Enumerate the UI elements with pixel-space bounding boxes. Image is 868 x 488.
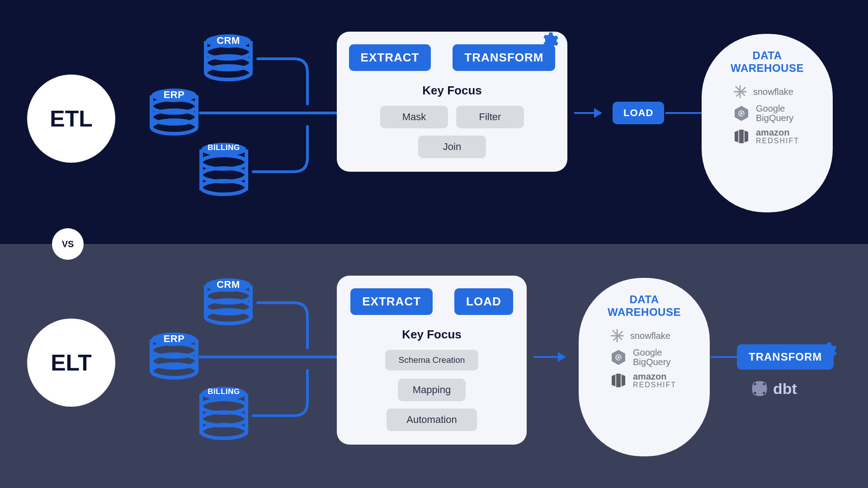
focus-mask: Mask	[380, 106, 448, 128]
svg-point-40	[754, 392, 756, 394]
dw-redshift-2: amazonREDSHIFT	[597, 371, 692, 389]
elt-section: ELT CRM ERP	[0, 244, 868, 488]
db-erp-2: ERP	[149, 332, 199, 382]
db-crm-label-2: CRM	[217, 279, 240, 291]
bigquery-icon	[732, 104, 750, 122]
dw-snowflake-2: snowflake	[597, 328, 692, 343]
gear-icon	[817, 341, 837, 361]
svg-marker-18	[745, 131, 748, 143]
etl-extract-pill: EXTRACT	[349, 44, 431, 71]
dw-title-2b: WAREHOUSE	[608, 306, 681, 318]
svg-marker-17	[735, 131, 738, 143]
elt-extract-pill: EXTRACT	[350, 288, 433, 315]
gear-icon	[539, 31, 559, 51]
dw-redshift: amazonREDSHIFT	[720, 127, 815, 145]
vs-label: VS	[62, 239, 74, 249]
db-erp: ERP	[149, 88, 199, 138]
elt-keyfocus-title: Key Focus	[351, 328, 512, 342]
elt-load-pill: LOAD	[454, 288, 513, 315]
focus-filter: Filter	[456, 106, 524, 128]
arrow-to-warehouse-elt	[533, 356, 565, 358]
dw-bigquery-2: GoogleBigQuery	[597, 348, 692, 367]
etl-data-warehouse: DATA WAREHOUSE snowflake GoogleBigQuery …	[702, 34, 833, 212]
line-to-transform	[711, 356, 738, 358]
svg-rect-16	[739, 130, 744, 143]
etl-panel: EXTRACT TRANSFORM Key Focus Mask Filter …	[337, 32, 567, 172]
db-crm-label: CRM	[217, 35, 240, 47]
dw-bigquery: GoogleBigQuery	[720, 104, 815, 123]
svg-point-41	[763, 392, 765, 394]
etl-badge: ETL	[27, 75, 115, 163]
etl-section: ETL CRM ERP	[0, 0, 868, 244]
dbt-icon	[750, 380, 769, 398]
svg-point-39	[763, 383, 765, 385]
focus-join: Join	[418, 136, 486, 158]
focus-schema: Schema Creation	[385, 350, 479, 371]
arrow-to-load	[574, 112, 601, 114]
elt-data-warehouse: DATA WAREHOUSE snowflake GoogleBigQuery …	[579, 278, 710, 456]
line-to-warehouse	[665, 112, 702, 114]
etl-load-pill: LOAD	[613, 102, 664, 124]
redshift-icon	[732, 127, 750, 145]
etl-keyfocus-title: Key Focus	[351, 84, 553, 98]
dw-snowflake: snowflake	[720, 84, 815, 99]
snowflake-icon	[732, 84, 748, 99]
etl-title: ETL	[50, 106, 92, 132]
elt-panel: EXTRACT LOAD Key Focus Schema Creation M…	[337, 276, 527, 445]
etl-bracket	[199, 54, 344, 181]
redshift-icon	[609, 371, 627, 389]
svg-rect-35	[616, 374, 621, 387]
dw-title-1b: DATA	[629, 293, 659, 305]
vs-badge: VS	[52, 228, 84, 260]
dbt-logo: dbt	[750, 380, 797, 398]
elt-title: ELT	[51, 350, 92, 376]
elt-badge: ELT	[27, 319, 115, 407]
elt-bracket	[199, 298, 344, 425]
dw-title-1: DATA	[752, 49, 782, 61]
svg-point-38	[754, 383, 756, 385]
bigquery-icon	[609, 348, 627, 366]
snowflake-icon	[609, 328, 625, 343]
db-erp-label: ERP	[164, 89, 185, 101]
db-erp-label-2: ERP	[164, 333, 185, 345]
svg-marker-37	[622, 375, 625, 387]
elt-transform-wrap: TRANSFORM	[737, 344, 834, 370]
etl-load-pill-wrap: LOAD	[613, 102, 664, 124]
focus-mapping: Mapping	[398, 379, 466, 401]
svg-marker-36	[612, 375, 615, 387]
dbt-label: dbt	[773, 380, 797, 398]
focus-automation: Automation	[387, 408, 477, 431]
dw-title-2: WAREHOUSE	[731, 62, 804, 74]
